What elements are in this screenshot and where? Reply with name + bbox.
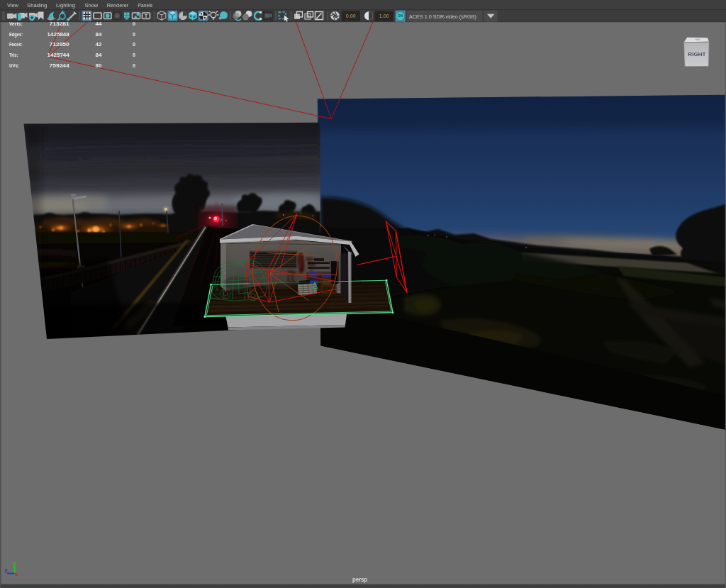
svg-text:1425744: 1425744 <box>48 52 70 58</box>
svg-text:1425848: 1425848 <box>48 31 70 38</box>
svg-text:Show: Show <box>85 2 99 9</box>
svg-text:Shading: Shading <box>27 2 47 9</box>
svg-text:1.00: 1.00 <box>379 13 389 19</box>
svg-text:759244: 759244 <box>50 62 70 69</box>
svg-text:View: View <box>7 2 18 9</box>
svg-text:persp: persp <box>352 576 367 583</box>
svg-text:Renderer: Renderer <box>107 2 129 9</box>
svg-text:Edges:: Edges: <box>9 31 23 38</box>
svg-text:42: 42 <box>96 41 103 48</box>
svg-text:0: 0 <box>133 31 136 38</box>
svg-text:712950: 712950 <box>50 41 70 48</box>
svg-text:ACES 1.0 SDR-video (sRGB): ACES 1.0 SDR-video (sRGB) <box>409 13 476 20</box>
svg-text:T: T <box>145 13 148 19</box>
svg-text:Lighting: Lighting <box>56 2 75 9</box>
svg-text:z: z <box>4 567 8 574</box>
svg-text:80: 80 <box>96 62 103 69</box>
svg-text:0: 0 <box>133 52 136 58</box>
svg-text:84: 84 <box>96 52 103 58</box>
svg-text:Faces:: Faces: <box>9 41 23 48</box>
svg-text:Panels: Panels <box>138 2 153 9</box>
svg-text:RIGHT: RIGHT <box>688 51 706 57</box>
svg-text:ON: ON <box>398 14 403 18</box>
svg-text:Tris:: Tris: <box>9 52 18 58</box>
svg-text:0.00: 0.00 <box>346 13 356 19</box>
svg-text:UVs:: UVs: <box>9 62 19 69</box>
svg-text:84: 84 <box>96 31 103 38</box>
svg-text:0: 0 <box>133 62 136 69</box>
svg-text:0: 0 <box>133 41 136 48</box>
svg-text:y: y <box>13 560 16 567</box>
